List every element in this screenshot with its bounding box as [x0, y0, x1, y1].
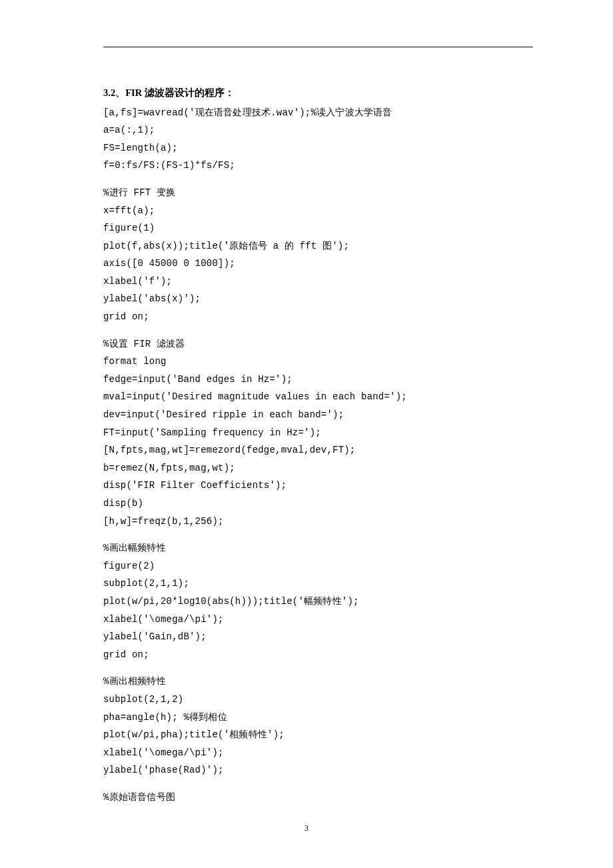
blank-line [103, 779, 533, 789]
code-block-3: %设置 FIR 滤波器 format long fedge=input('Ban… [103, 335, 533, 531]
page-number: 3 [0, 821, 613, 836]
blank-line [103, 530, 533, 539]
code-block-2: %进行 FFT 变换 x=fft(a); figure(1) plot(f,ab… [103, 184, 533, 326]
code-block-1: [a,fs]=wavread('现在语音处理技术.wav');%读入宁波大学语音… [103, 104, 533, 175]
blank-line [103, 663, 533, 673]
header-rule [103, 47, 533, 47]
blank-line [103, 326, 533, 335]
document-page: 3.2、FIR 滤波器设计的程序： [a,fs]=wavread('现在语音处理… [0, 0, 613, 868]
code-block-6: %原始语音信号图 [103, 789, 533, 807]
code-block-4: %画出幅频特性 figure(2) subplot(2,1,1); plot(w… [103, 539, 533, 663]
section-heading: 3.2、FIR 滤波器设计的程序： [103, 84, 533, 103]
code-block-5: %画出相频特性 subplot(2,1,2) pha=angle(h); %得到… [103, 673, 533, 779]
blank-line [103, 175, 533, 184]
